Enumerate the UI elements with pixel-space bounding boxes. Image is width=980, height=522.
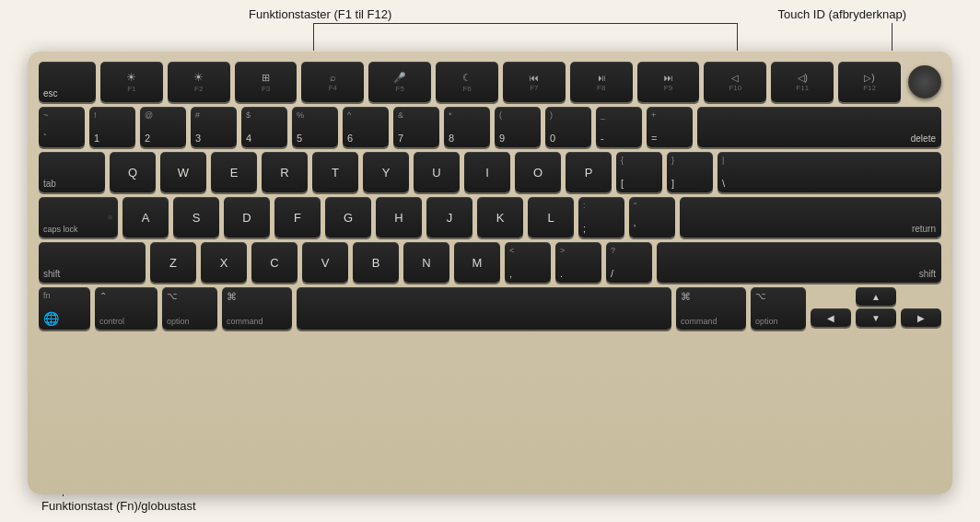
key-o[interactable]: O bbox=[515, 152, 561, 192]
key-option-right[interactable]: ⌥ option bbox=[751, 287, 806, 330]
key-3[interactable]: # 3 bbox=[191, 107, 237, 147]
key-a[interactable]: A bbox=[122, 197, 169, 238]
key-arrow-left[interactable]: ◀ bbox=[811, 308, 851, 327]
key-v[interactable]: V bbox=[302, 242, 348, 283]
qwerty-row: tab Q W E R T Y U I O P { [ } ] | \ bbox=[39, 152, 941, 192]
key-f2[interactable]: ☀ F2 bbox=[168, 62, 230, 102]
arrow-cluster: ▲ ◀ ▼ ▶ bbox=[811, 287, 941, 330]
key-fn-globe[interactable]: fn 🌐 bbox=[39, 287, 90, 330]
bottom-row: fn 🌐 ⌃ control ⌥ option ⌘ command ⌘ bbox=[39, 287, 941, 330]
key-6[interactable]: ^ 6 bbox=[343, 107, 389, 147]
key-f3[interactable]: ⊞ F3 bbox=[235, 62, 298, 102]
key-semicolon[interactable]: : ; bbox=[578, 197, 624, 238]
key-k[interactable]: K bbox=[477, 197, 523, 238]
key-b[interactable]: B bbox=[353, 242, 399, 283]
key-equals[interactable]: + = bbox=[647, 107, 693, 147]
key-j[interactable]: J bbox=[426, 197, 472, 238]
key-delete[interactable]: delete bbox=[697, 107, 941, 147]
key-arrow-down[interactable]: ▼ bbox=[856, 308, 896, 327]
key-y[interactable]: Y bbox=[363, 152, 409, 192]
key-esc[interactable]: esc bbox=[39, 62, 96, 102]
key-9[interactable]: ( 9 bbox=[495, 107, 541, 147]
key-t[interactable]: T bbox=[312, 152, 358, 192]
key-f10[interactable]: ◁ F10 bbox=[704, 62, 766, 102]
key-8[interactable]: * 8 bbox=[444, 107, 490, 147]
function-row: esc ☀ F1 ☀ F2 ⊞ F3 ⌕ F4 🎤 F5 bbox=[39, 62, 941, 102]
fn-keys-label: Funktionstaster (F1 til F12) bbox=[249, 7, 391, 21]
key-m[interactable]: M bbox=[454, 242, 500, 283]
key-0[interactable]: ) 0 bbox=[545, 107, 591, 147]
key-f11[interactable]: ◁) F11 bbox=[771, 62, 834, 102]
key-f9[interactable]: ⏭ F9 bbox=[637, 62, 700, 102]
key-quote[interactable]: " ' bbox=[629, 197, 675, 238]
key-z[interactable]: Z bbox=[150, 242, 196, 283]
key-rbracket[interactable]: } ] bbox=[667, 152, 713, 192]
key-shift-left[interactable]: shift bbox=[39, 242, 146, 283]
key-x[interactable]: X bbox=[201, 242, 247, 283]
key-tab[interactable]: tab bbox=[39, 152, 105, 192]
key-f5[interactable]: 🎤 F5 bbox=[368, 62, 431, 102]
key-minus[interactable]: _ - bbox=[596, 107, 642, 147]
key-arrow-up[interactable]: ▲ bbox=[856, 287, 896, 306]
key-control[interactable]: ⌃ control bbox=[95, 287, 158, 330]
key-capslock[interactable]: caps lock bbox=[39, 197, 118, 238]
key-s[interactable]: S bbox=[173, 197, 219, 238]
key-7[interactable]: & 7 bbox=[393, 107, 439, 147]
key-d[interactable]: D bbox=[224, 197, 270, 238]
key-slash[interactable]: ? / bbox=[606, 242, 652, 283]
key-f1[interactable]: ☀ F1 bbox=[100, 62, 163, 102]
key-command-right[interactable]: ⌘ command bbox=[676, 287, 746, 330]
key-u[interactable]: U bbox=[414, 152, 460, 192]
key-period[interactable]: > . bbox=[555, 242, 601, 283]
key-w[interactable]: W bbox=[160, 152, 206, 192]
asdf-row: caps lock A S D F G H J K L : ; " ' retu… bbox=[39, 197, 941, 238]
key-return[interactable]: return bbox=[680, 197, 941, 238]
key-shift-right[interactable]: shift bbox=[657, 242, 941, 283]
key-f6[interactable]: ☾ F6 bbox=[436, 62, 498, 102]
key-f[interactable]: F bbox=[274, 197, 321, 238]
key-backtick[interactable]: ~ ` bbox=[39, 107, 85, 147]
key-f7[interactable]: ⏮ F7 bbox=[503, 62, 566, 102]
key-option-left[interactable]: ⌥ option bbox=[162, 287, 217, 330]
key-lbracket[interactable]: { [ bbox=[616, 152, 662, 192]
key-space[interactable] bbox=[297, 287, 671, 330]
key-h[interactable]: H bbox=[376, 197, 422, 238]
key-5[interactable]: % 5 bbox=[292, 107, 338, 147]
key-backslash[interactable]: | \ bbox=[718, 152, 941, 192]
key-comma[interactable]: < , bbox=[505, 242, 551, 283]
key-f12[interactable]: ▷) F12 bbox=[838, 62, 901, 102]
key-2[interactable]: @ 2 bbox=[140, 107, 186, 147]
key-i[interactable]: I bbox=[464, 152, 510, 192]
key-p[interactable]: P bbox=[566, 152, 612, 192]
key-touchid[interactable] bbox=[908, 62, 941, 102]
key-1[interactable]: ! 1 bbox=[89, 107, 135, 147]
key-4[interactable]: $ 4 bbox=[241, 107, 287, 147]
key-g[interactable]: G bbox=[325, 197, 371, 238]
key-c[interactable]: C bbox=[251, 242, 298, 283]
key-n[interactable]: N bbox=[403, 242, 449, 283]
key-f8[interactable]: ⏯ F8 bbox=[570, 62, 633, 102]
zxcv-row: shift Z X C V B N M < , > . ? / shift bbox=[39, 242, 941, 283]
touchid-label: Touch ID (afbryderknap) bbox=[778, 7, 906, 21]
number-row: ~ ` ! 1 @ 2 # 3 $ 4 % 5 bbox=[39, 107, 941, 147]
key-e[interactable]: E bbox=[211, 152, 257, 192]
key-r[interactable]: R bbox=[262, 152, 308, 192]
fn-globe-label: Funktionstast (Fn)/globustast bbox=[41, 499, 196, 513]
key-q[interactable]: Q bbox=[110, 152, 156, 192]
key-f4[interactable]: ⌕ F4 bbox=[301, 62, 364, 102]
key-arrow-right[interactable]: ▶ bbox=[901, 308, 941, 327]
keyboard: esc ☀ F1 ☀ F2 ⊞ F3 ⌕ F4 🎤 F5 bbox=[28, 51, 952, 494]
key-command-left[interactable]: ⌘ command bbox=[222, 287, 292, 330]
key-l[interactable]: L bbox=[528, 197, 574, 238]
